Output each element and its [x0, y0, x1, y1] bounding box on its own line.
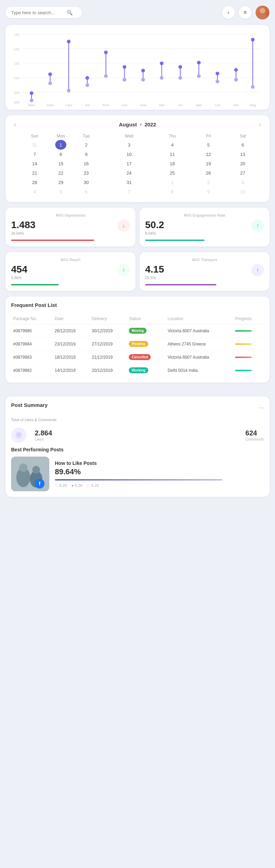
- cell-location: Victoria 8007 Australia: [166, 351, 233, 364]
- cal-day-thu: Thu: [152, 132, 193, 140]
- calendar-day[interactable]: 9: [66, 150, 106, 159]
- calendar-title: August ▾ 2022: [119, 122, 156, 127]
- calendar-day[interactable]: 25: [152, 168, 193, 178]
- calendar-day[interactable]: 8: [55, 150, 66, 159]
- stat-transport-label: AVG Transport: [145, 258, 264, 262]
- calendar-day[interactable]: 5: [55, 187, 66, 197]
- cal-day-mon: Mon: [55, 132, 66, 140]
- svg-point-63: [251, 85, 255, 89]
- cal-month: August: [119, 122, 137, 127]
- calendar-day[interactable]: 29: [55, 178, 66, 187]
- calendar-day[interactable]: 31: [106, 178, 152, 187]
- cal-day-fri: Fri: [193, 132, 224, 140]
- cal-prev-button[interactable]: ‹: [14, 121, 16, 128]
- post-comments-value: 6.2K: [75, 483, 83, 487]
- calendar-day[interactable]: 19: [193, 159, 224, 168]
- calendar-day[interactable]: 31: [14, 140, 55, 150]
- cell-status: Cancelled: [127, 351, 166, 364]
- cal-year: 2022: [144, 122, 156, 127]
- table-row: #087998318/12/201921/12/2019CancelledVic…: [11, 351, 264, 364]
- calendar-day[interactable]: 23: [66, 168, 106, 178]
- calendar-day[interactable]: 20: [224, 159, 261, 168]
- calendar-day[interactable]: 1: [152, 178, 193, 187]
- calendar-day[interactable]: 13: [224, 150, 261, 159]
- calendar-day[interactable]: 7: [106, 187, 152, 197]
- calendar-day[interactable]: 12: [193, 150, 224, 159]
- cell-pkg-no: #0879983: [11, 351, 53, 364]
- calendar-day[interactable]: 27: [224, 168, 261, 178]
- post-summary-menu-button[interactable]: ···: [259, 404, 264, 411]
- stat-reach-icon: ↑: [117, 264, 130, 276]
- post-summary-title: Post Summary: [11, 402, 48, 408]
- stat-impressions-value: 1.483: [11, 219, 35, 231]
- calendar-day[interactable]: 2: [193, 178, 224, 187]
- svg-point-54: [216, 72, 219, 75]
- calendar-day[interactable]: 5: [193, 140, 224, 150]
- calendar-day[interactable]: 2: [66, 140, 106, 150]
- calendar-day[interactable]: 1: [55, 140, 66, 150]
- calendar-day[interactable]: 22: [55, 168, 66, 178]
- calendar-day[interactable]: 21: [14, 168, 55, 178]
- stat-reach-label: AVG Reach: [11, 258, 130, 262]
- calendar-day[interactable]: 6: [224, 140, 261, 150]
- calendar-day[interactable]: 10: [224, 187, 261, 197]
- calendar-day[interactable]: 18: [152, 159, 193, 168]
- calendar-day[interactable]: 11: [152, 150, 193, 159]
- calendar-day[interactable]: 6: [66, 187, 106, 197]
- cell-pkg-no: #0879985: [11, 324, 53, 337]
- calendar-day[interactable]: 3: [106, 140, 152, 150]
- menu-button[interactable]: ≡: [239, 6, 251, 19]
- search-bar[interactable]: 🔍: [6, 7, 82, 18]
- svg-text:Dom: Dom: [47, 103, 53, 107]
- svg-point-62: [251, 38, 255, 41]
- svg-point-22: [67, 40, 71, 43]
- back-button[interactable]: ‹: [222, 6, 235, 19]
- post-name: How to Like Posts: [55, 460, 264, 466]
- likes-row: ♡ 2.864 Likes 624 Comments: [11, 425, 264, 447]
- calendar-day[interactable]: 30: [66, 178, 106, 187]
- calendar-day[interactable]: 7: [14, 150, 55, 159]
- col-delivery: Delivery: [90, 314, 127, 324]
- calendar-day[interactable]: 17: [106, 159, 152, 168]
- status-badge: Pending: [129, 341, 148, 347]
- calendar-day[interactable]: 28: [14, 178, 55, 187]
- calendar-day[interactable]: 8: [152, 187, 193, 197]
- svg-point-51: [197, 74, 201, 78]
- cell-status: Moving: [127, 324, 166, 337]
- calendar-day[interactable]: 10: [106, 150, 152, 159]
- comments-info: 624 Comments: [245, 429, 264, 441]
- calendar-day[interactable]: 4: [14, 187, 55, 197]
- avatar[interactable]: [256, 6, 269, 19]
- svg-text:Ame: Ame: [140, 103, 147, 107]
- best-posts-title: Best Performing Posts: [11, 447, 264, 452]
- calendar-day[interactable]: 24: [106, 168, 152, 178]
- calendar-day[interactable]: 14: [14, 159, 55, 168]
- calendar-day[interactable]: 3: [224, 178, 261, 187]
- cal-month-dropdown-icon[interactable]: ▾: [140, 122, 142, 127]
- calendar-day[interactable]: 16: [66, 159, 106, 168]
- svg-text:125: 125: [14, 33, 19, 36]
- calendar-grid: Sun Mon Tue Wed Thu Fri Sat 311234567891…: [14, 132, 261, 197]
- comments-label: Comments: [245, 437, 264, 441]
- cal-next-button[interactable]: ›: [259, 121, 261, 128]
- calendar-day[interactable]: 26: [193, 168, 224, 178]
- packages-card: Frequent Post List Package No. Date Deli…: [6, 297, 269, 383]
- calendar-day[interactable]: 9: [193, 187, 224, 197]
- status-badge: Moving: [129, 328, 147, 334]
- calendar-day[interactable]: 4: [152, 140, 193, 150]
- post-percentage: 89.64%: [55, 467, 264, 476]
- likes-value: 2.864: [35, 429, 52, 437]
- svg-point-19: [48, 82, 52, 85]
- svg-text:Joi: Joi: [178, 103, 182, 107]
- svg-text:Caro: Caro: [65, 103, 73, 107]
- calendar-card: ‹ August ▾ 2022 › Sun Mon Tue Wed Thu Fr…: [6, 115, 269, 202]
- calendar-day[interactable]: 15: [55, 159, 66, 168]
- cell-progress: [233, 364, 264, 377]
- packages-table: Package No. Date Delivery Status Locatio…: [11, 314, 264, 377]
- svg-text:Cal: Cal: [215, 103, 220, 107]
- svg-point-46: [178, 65, 182, 69]
- search-input[interactable]: [11, 10, 67, 15]
- calendar-week-row: 45678910: [14, 187, 261, 197]
- svg-text:115: 115: [14, 62, 19, 66]
- cal-day-sat: Sat: [224, 132, 261, 140]
